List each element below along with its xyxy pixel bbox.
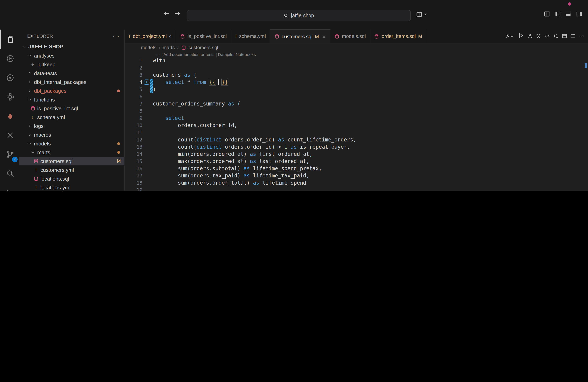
codelens-hint[interactable]: ··· | Add documentation or tests | Datap…: [125, 52, 588, 57]
tab-models-sql[interactable]: models.sql: [330, 30, 370, 43]
tree-item-label: .gitkeep: [37, 61, 55, 67]
wand-button[interactable]: [505, 34, 514, 39]
ellipsis-icon: [579, 33, 584, 38]
line-number: 12: [125, 136, 142, 143]
ellipsis-button[interactable]: [579, 33, 584, 40]
explorer-sidebar: EXPLORER ··· JAFFLE-SHOPanalyses◆.gitkee…: [19, 30, 125, 191]
tree-item-label: models: [34, 140, 51, 146]
activity-source-control[interactable]: 4: [0, 145, 19, 164]
back-arrow-icon[interactable]: [163, 10, 169, 17]
table-button[interactable]: [562, 33, 567, 40]
tab-is-positive-int-sql[interactable]: is_positive_int.sql: [176, 30, 231, 43]
tree-item-label: functions: [34, 96, 55, 102]
overview-ruler-marker: [585, 63, 587, 68]
tab-label: models.sql: [342, 34, 366, 39]
vscode-window: jaffle-shop 41 1 EXPLORER ··· JAFFLE-SHO…: [0, 0, 588, 191]
split-window-icon[interactable]: [416, 11, 422, 18]
tree-item-is-positive-int-sql[interactable]: is_positive_int.sql: [19, 104, 125, 113]
git-modified-badge: M: [418, 34, 422, 39]
tab-customers-sql[interactable]: customers.sqlM: [270, 30, 330, 43]
tree-item-label: marts: [37, 149, 50, 155]
gutter-decoration: [142, 64, 153, 72]
add-action-button[interactable]: +: [144, 79, 149, 85]
play-button[interactable]: [517, 32, 524, 40]
line-number: 5: [125, 86, 142, 93]
beaker-button[interactable]: [527, 33, 532, 40]
tree-item-label: dbt_packages: [34, 88, 66, 94]
yml-file-icon: !: [129, 34, 130, 39]
gutter-decoration: [142, 108, 153, 115]
tree-item-logs[interactable]: logs: [19, 121, 125, 130]
split-button[interactable]: [570, 33, 575, 40]
activity-tools-cross[interactable]: [0, 125, 19, 145]
tab-schema-yml[interactable]: !schema.yml: [231, 30, 270, 43]
command-center-search[interactable]: jaffle-shop: [187, 10, 411, 21]
activity-search[interactable]: [0, 164, 19, 183]
tree-item-schema-yml[interactable]: !schema.yml: [19, 113, 125, 121]
breadcrumb-item[interactable]: models: [141, 45, 156, 50]
tree-item-models[interactable]: models: [19, 139, 125, 148]
code-editor[interactable]: 1with23customers as (4+ select * from {{…: [125, 57, 588, 191]
title-bar: jaffle-shop: [0, 0, 588, 30]
activity-run-debug[interactable]: [0, 183, 19, 191]
tab-label: order_items.sql: [382, 34, 416, 39]
code-line: 15 max(orders.ordered_at) as last_ordere…: [125, 158, 588, 165]
tree-item-customers-sql[interactable]: customers.sqlM: [19, 157, 125, 165]
tree-item-locations-yml[interactable]: !locations.yml: [19, 183, 125, 191]
chevron-down-icon[interactable]: [423, 12, 427, 16]
tree-item-gitkeep[interactable]: ◆.gitkeep: [19, 60, 125, 69]
activity-target[interactable]: [0, 68, 19, 87]
breadcrumb-item[interactable]: marts: [163, 45, 175, 50]
tab-order-items-sql[interactable]: order_items.sqlM: [370, 30, 427, 43]
gutter-decoration: [142, 115, 153, 122]
code-line: 9 select: [125, 115, 588, 122]
tree-item-marts[interactable]: marts: [19, 148, 125, 157]
gutter-decoration: [142, 93, 153, 100]
tree-root[interactable]: JAFFLE-SHOP: [19, 42, 125, 51]
shield-button[interactable]: [536, 33, 541, 40]
tree-item-data-tests[interactable]: data-tests: [19, 69, 125, 77]
tree-item-dbt-packages[interactable]: dbt_packages: [19, 86, 125, 95]
tree-item-functions[interactable]: functions: [19, 95, 125, 104]
tree-item-customers-yml[interactable]: !customers.yml: [19, 165, 125, 174]
more-actions-icon[interactable]: ···: [113, 33, 120, 39]
code-icon: [545, 33, 550, 38]
code-line: 16 sum(orders.subtotal) as lifetime_spen…: [125, 165, 588, 172]
close-icon[interactable]: [322, 35, 326, 38]
activity-run-circle[interactable]: [0, 49, 19, 68]
gutter-decoration: [142, 187, 153, 191]
tree-item-locations-sql[interactable]: locations.sql: [19, 174, 125, 183]
breadcrumb-separator: ›: [177, 45, 179, 50]
code-line: 17 sum(orders.tax_paid) as lifetime_tax_…: [125, 172, 588, 179]
code-button[interactable]: [545, 33, 550, 40]
chev-down-icon: [510, 34, 514, 38]
breadcrumb[interactable]: models›marts›customers.sql: [125, 43, 588, 52]
search-text: jaffle-shop: [291, 13, 314, 18]
activity-bar-top: 41: [0, 30, 19, 191]
toggle-panel-icon[interactable]: [565, 11, 572, 17]
explorer-title: EXPLORER: [27, 34, 53, 38]
breadcrumb-separator: ›: [159, 45, 160, 50]
cross-icon: [6, 131, 14, 139]
toggle-sidebar-icon[interactable]: [554, 11, 561, 17]
git-modified-badge: M: [315, 34, 319, 39]
chevron-right-icon: [26, 79, 33, 84]
customize-layout-icon[interactable]: [544, 11, 550, 17]
editor-tab-bar: !dbt_project.yml4is_positive_int.sql!sch…: [125, 30, 588, 43]
forward-arrow-icon[interactable]: [174, 10, 181, 17]
play-circle-icon: [6, 54, 14, 62]
activity-explorer[interactable]: [0, 30, 19, 49]
activity-dbt-flame[interactable]: [0, 106, 19, 125]
sql-file-icon: [274, 34, 279, 39]
code-text: orders.customer_id,: [153, 122, 237, 129]
line-number: 6: [125, 93, 142, 100]
tree-item-macros[interactable]: macros: [19, 130, 125, 139]
tab-dbt-project-yml[interactable]: !dbt_project.yml4: [125, 30, 176, 43]
toggle-secondary-sidebar-icon[interactable]: [576, 11, 582, 17]
activity-components[interactable]: [0, 87, 19, 106]
sql-file-icon: [335, 34, 339, 39]
breadcrumb-item[interactable]: customers.sql: [189, 45, 218, 50]
tree-item-dbt-internal-packages[interactable]: dbt_internal_packages: [19, 77, 125, 86]
pr-button[interactable]: [553, 33, 558, 40]
tree-item-analyses[interactable]: analyses: [19, 51, 125, 60]
